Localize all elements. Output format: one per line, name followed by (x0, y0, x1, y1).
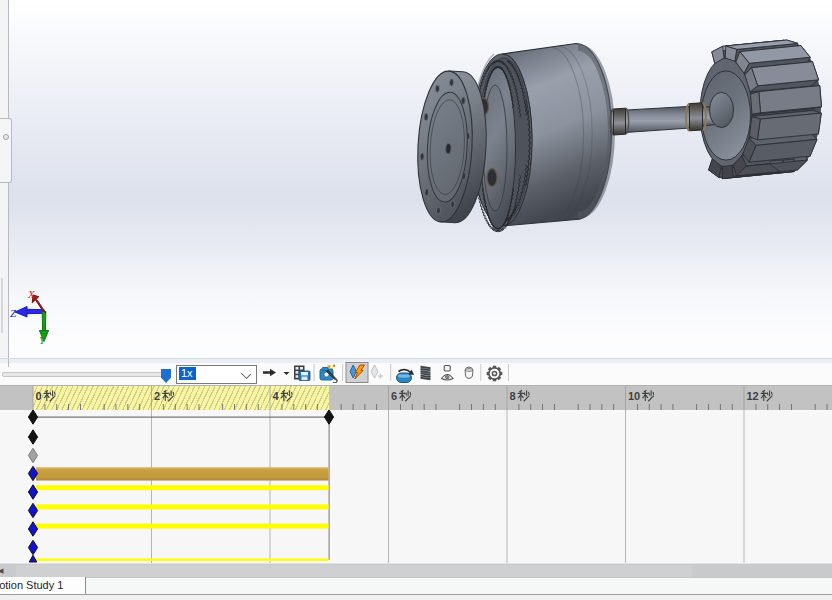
svg-text:12: 12 (747, 390, 759, 402)
svg-text:X: X (27, 288, 36, 300)
svg-text:Z: Z (10, 307, 17, 319)
svg-text:8: 8 (510, 390, 516, 402)
svg-text:2: 2 (154, 390, 160, 402)
svg-text:0: 0 (36, 390, 42, 402)
svg-text:4: 4 (273, 390, 280, 402)
svg-text:6: 6 (391, 390, 397, 402)
svg-text:10: 10 (628, 390, 640, 402)
